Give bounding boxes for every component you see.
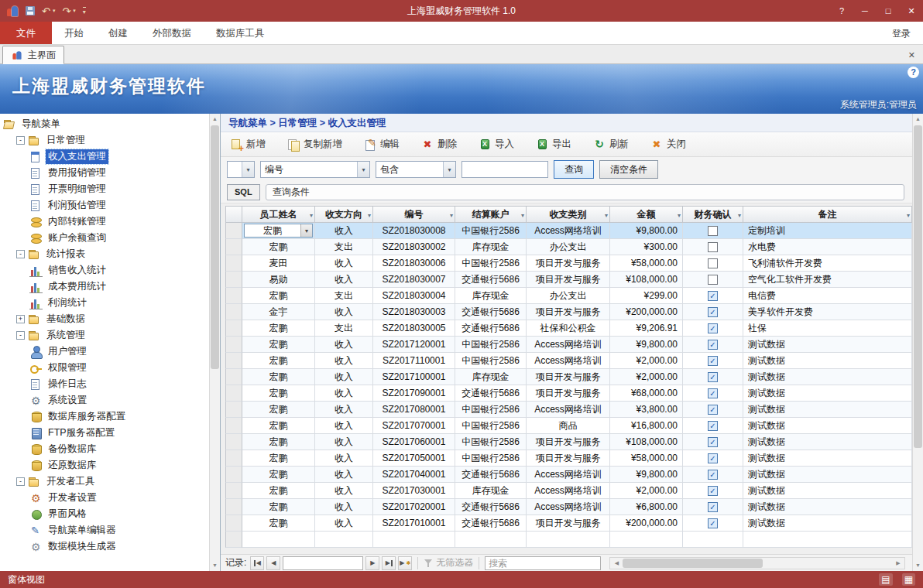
new-record-button[interactable]: ▶ xyxy=(398,556,412,570)
scroll-left-icon[interactable]: ◀ xyxy=(610,558,623,569)
row-selector[interactable] xyxy=(225,499,242,515)
table-row-new[interactable] xyxy=(225,532,912,548)
column-filter-icon[interactable]: ▾ xyxy=(450,212,453,219)
confirm-checkbox[interactable]: ✓ xyxy=(708,323,718,333)
row-selector[interactable] xyxy=(225,385,242,402)
row-selector[interactable] xyxy=(225,239,242,255)
sidebar-item[interactable]: -开发者工具 xyxy=(0,473,209,490)
column-filter-icon[interactable]: ▾ xyxy=(678,212,681,219)
table-row[interactable]: 麦田收入SZ2018030006中国银行2586项目开发与服务¥58,000.0… xyxy=(225,255,912,272)
toolbar-import-button[interactable]: 导入 xyxy=(479,138,514,151)
sidebar-item[interactable]: 开发者设置 xyxy=(0,490,209,506)
column-header-code[interactable]: 编号▾ xyxy=(373,206,455,223)
row-selector[interactable] xyxy=(225,467,242,483)
toolbar-export-button[interactable]: 导出 xyxy=(536,138,571,151)
toolbar-new-button[interactable]: 新增 xyxy=(230,138,266,151)
confirm-checkbox[interactable]: ✓ xyxy=(708,486,718,496)
redo-dropdown-icon[interactable]: ▾ xyxy=(73,8,76,14)
record-search-input[interactable] xyxy=(485,556,601,570)
sidebar-item[interactable]: 备份数据库 xyxy=(0,441,209,457)
expand-icon[interactable]: + xyxy=(16,315,25,323)
chevron-down-icon[interactable]: ▾ xyxy=(300,224,312,237)
sidebar-scroll-thumb[interactable] xyxy=(211,125,219,369)
collapse-icon[interactable]: - xyxy=(16,250,25,258)
confirm-checkbox[interactable]: ✓ xyxy=(708,470,718,480)
ribbon-tab-file[interactable]: 文件 xyxy=(0,22,52,44)
sidebar-item[interactable]: 权限管理 xyxy=(0,360,209,376)
sidebar-item[interactable]: 利润预估管理 xyxy=(0,197,209,214)
row-selector[interactable] xyxy=(225,288,242,304)
ribbon-tab-create[interactable]: 创建 xyxy=(96,22,140,44)
horizontal-scroll-track[interactable] xyxy=(623,559,892,568)
row-selector[interactable] xyxy=(225,223,242,239)
sidebar-item[interactable]: 操作日志 xyxy=(0,376,209,392)
confirm-checkbox[interactable] xyxy=(708,242,718,252)
confirm-checkbox[interactable]: ✓ xyxy=(708,372,718,382)
undo-dropdown-icon[interactable]: ▾ xyxy=(53,8,56,14)
table-row[interactable]: 宏鹏收入SZ2017030001库存现金Access网络培训¥2,000.00✓… xyxy=(225,483,912,499)
close-button[interactable]: ✕ xyxy=(900,0,923,22)
confirm-checkbox[interactable] xyxy=(708,258,718,268)
table-row[interactable]: 宏鹏▾收入SZ2018030008中国银行2586Access网络培训¥9,80… xyxy=(225,223,912,239)
search-button[interactable]: 查询 xyxy=(554,160,594,179)
sidebar-item[interactable]: +基础数据 xyxy=(0,311,209,327)
customize-toolbar-icon[interactable]: ▾ xyxy=(83,7,86,15)
chevron-down-icon[interactable]: ▾ xyxy=(242,162,254,177)
minimize-button[interactable]: ─ xyxy=(853,0,877,22)
row-selector[interactable] xyxy=(225,353,242,369)
table-row[interactable]: 宏鹏收入SZ2017100001库存现金项目开发与服务¥2,000.00✓测试数… xyxy=(225,369,912,385)
toolbar-delete-button[interactable]: 删除 xyxy=(421,138,457,151)
sidebar-item[interactable]: -统计报表 xyxy=(0,246,209,262)
column-header-name[interactable]: 员工姓名▾ xyxy=(242,206,315,223)
content-scroll-thumb[interactable] xyxy=(914,125,922,448)
toolbar-refresh-button[interactable]: 刷新 xyxy=(593,138,629,151)
help-button[interactable]: ? xyxy=(830,0,853,22)
row-selector[interactable] xyxy=(225,450,242,467)
column-filter-icon[interactable]: ▾ xyxy=(310,212,313,219)
sidebar-scroll-track[interactable] xyxy=(211,125,219,560)
table-row[interactable]: 宏鹏支出SZ2018030004库存现金办公支出¥299.00✓电信费 xyxy=(225,288,912,304)
confirm-checkbox[interactable]: ✓ xyxy=(708,518,718,528)
table-row[interactable]: 宏鹏收入SZ2017080001中国银行2586Access网络培训¥3,800… xyxy=(225,402,912,418)
row-selector[interactable] xyxy=(225,418,242,434)
row-selector[interactable] xyxy=(225,369,242,385)
table-row[interactable]: 宏鹏收入SZ2017060001中国银行2586项目开发与服务¥108,000.… xyxy=(225,434,912,450)
query-connector-combobox[interactable]: ▾ xyxy=(227,161,255,178)
confirm-checkbox[interactable]: ✓ xyxy=(708,291,718,301)
row-selector[interactable] xyxy=(225,483,242,499)
table-row[interactable]: 宏鹏收入SZ2017010001交通银行5686项目开发与服务¥200,000.… xyxy=(225,515,912,532)
sidebar-item[interactable]: 系统设置 xyxy=(0,392,209,409)
scroll-up-icon[interactable]: ▲ xyxy=(210,114,220,125)
record-counter-box[interactable] xyxy=(283,556,363,570)
sidebar-item[interactable]: 利润统计 xyxy=(0,295,209,311)
sidebar-item[interactable]: 还原数据库 xyxy=(0,457,209,473)
collapse-icon[interactable]: - xyxy=(16,331,25,340)
content-scroll-track[interactable] xyxy=(914,125,922,560)
clear-conditions-button[interactable]: 清空条件 xyxy=(599,160,658,179)
tab-main-view[interactable]: 主界面 xyxy=(2,46,64,64)
sidebar-item[interactable]: 用户管理 xyxy=(0,344,209,360)
table-row[interactable]: 宏鹏收入SZ2017040001交通银行5686Access网络培训¥9,800… xyxy=(225,467,912,483)
sidebar-item[interactable]: 数据库服务器配置 xyxy=(0,409,209,425)
table-row[interactable]: 金宇收入SZ2018030003交通银行5686项目开发与服务¥200,000.… xyxy=(225,304,912,320)
table-row[interactable]: 宏鹏支出SZ2018030005交通银行5686社保和公积金¥9,206.91✓… xyxy=(225,320,912,337)
content-scrollbar[interactable]: ▲ ▼ xyxy=(912,114,923,571)
row-selector[interactable] xyxy=(225,304,242,320)
row-selector[interactable] xyxy=(225,337,242,353)
column-header-note[interactable]: 备注▾ xyxy=(743,206,912,223)
row-selector[interactable] xyxy=(225,255,242,272)
table-row[interactable]: 宏鹏收入SZ2017110001中国银行2586Access网络培训¥2,000… xyxy=(225,353,912,369)
table-row[interactable]: 宏鹏收入SZ2017070001中国银行2586商品¥16,800.00✓测试数… xyxy=(225,418,912,434)
scroll-up-icon[interactable]: ▲ xyxy=(913,114,923,125)
ribbon-tab-external-data[interactable]: 外部数据 xyxy=(140,22,204,44)
sidebar-item[interactable]: 界面风格 xyxy=(0,506,209,522)
column-filter-icon[interactable]: ▾ xyxy=(907,212,910,219)
chevron-down-icon[interactable]: ▾ xyxy=(443,162,455,177)
sql-button[interactable]: SQL xyxy=(227,184,260,200)
login-link[interactable]: 登录 xyxy=(892,22,923,44)
sidebar-scrollbar[interactable]: ▲ ▼ xyxy=(209,114,220,571)
sidebar-item[interactable]: 成本费用统计 xyxy=(0,279,209,295)
scroll-right-icon[interactable]: ▶ xyxy=(892,558,904,569)
row-selector[interactable] xyxy=(225,272,242,288)
first-record-button[interactable]: ◀ xyxy=(250,556,264,570)
